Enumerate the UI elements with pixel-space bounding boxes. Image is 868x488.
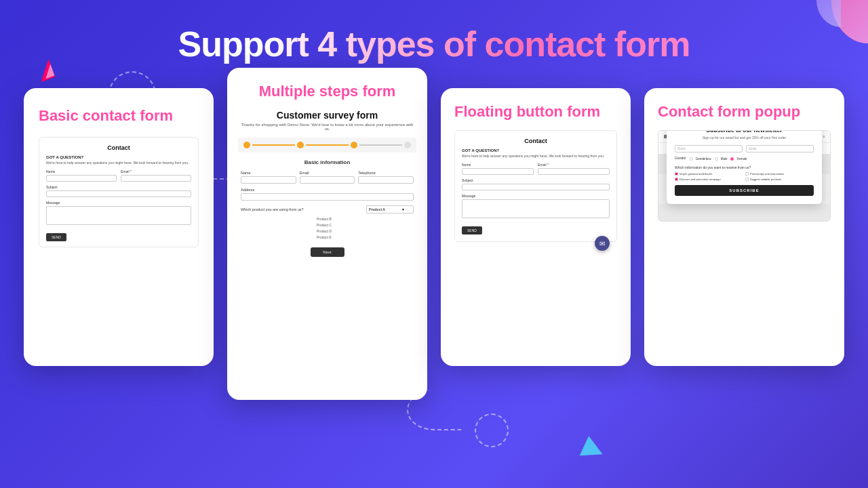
survey-product-select[interactable]: Product A ▼ [366, 205, 414, 214]
survey-email-input[interactable] [300, 176, 355, 184]
card-basic-contact: Basic contact form Contact GOT A QUESTIO… [24, 88, 214, 366]
modal-email-input: Email [746, 145, 814, 152]
step-dot-3 [351, 142, 357, 148]
card-multiple-steps: Multiple steps form Customer survey form… [227, 68, 427, 400]
modal-subtitle: Sign up for our email list and get 15% o… [675, 136, 814, 140]
modal-name-input: Name [675, 145, 743, 152]
float-desc-text: We're here to help answer any questions … [462, 154, 610, 159]
float-form-title: Contact [462, 138, 610, 144]
basic-email-field: Email * [121, 169, 191, 182]
basic-message-label: Message [46, 201, 191, 205]
checkbox-label-3: Discount and promotion campaign [679, 178, 721, 181]
checkbox-label-4: Suggest suitable products [750, 178, 781, 181]
dropdown-chevron-icon: ▼ [401, 207, 405, 211]
cards-container: Basic contact form Contact GOT A QUESTIO… [0, 81, 868, 413]
checkbox-box-2[interactable] [745, 172, 749, 176]
step-line-2 [306, 144, 349, 146]
basic-name-input[interactable] [46, 175, 117, 182]
step-line-3 [359, 144, 402, 146]
right-arrow-decoration [580, 436, 608, 464]
survey-email-label: Email [300, 171, 355, 175]
checkbox-item-2: Product tips and instructions [745, 172, 814, 176]
store-bottom-area [658, 204, 830, 221]
basic-form-desc: We're here to help answer any questions … [46, 161, 191, 165]
checkbox-item-4: Suggest suitable products [745, 178, 814, 181]
gender-male: Male [715, 157, 728, 161]
main-title-section: Support 4 types of contact form [0, 0, 868, 81]
basic-name-field: Name [46, 169, 117, 182]
checkbox-box-1[interactable] [675, 172, 678, 176]
float-message-textarea[interactable] [462, 199, 610, 218]
survey-form-subtitle: Thanks for shopping with Demo Store. We'… [241, 123, 414, 131]
bottom-circle-decoration [475, 413, 509, 447]
float-chat-button[interactable]: ✉ [595, 236, 610, 251]
float-send-button[interactable]: SEND [462, 226, 482, 235]
survey-name-email-tel-row: Name Email Telephone [241, 171, 414, 184]
survey-tel-label: Telephone [358, 171, 414, 175]
gender-female: Female [730, 157, 747, 161]
radio-genderless-label: Genderless [696, 157, 711, 161]
card-1-label: Basic contact form [39, 107, 199, 125]
survey-next-button[interactable]: Next [311, 247, 344, 257]
survey-email-field: Email [300, 171, 355, 184]
float-name-input[interactable] [462, 168, 534, 175]
basic-email-input[interactable] [121, 175, 191, 182]
checkbox-section: Which information do you want to receive… [675, 165, 814, 181]
basic-subject-label: Subject [46, 185, 191, 189]
survey-name-label: Name [241, 171, 296, 175]
basic-name-label: Name [46, 169, 117, 174]
option-product-b[interactable]: Product B [317, 216, 414, 222]
float-subject-input[interactable] [462, 184, 610, 190]
modal-email-placeholder: Email [749, 147, 756, 150]
survey-product-dropdown-wrapper: Which product you are using from us? Pro… [241, 205, 414, 214]
radio-female-label: Female [736, 157, 747, 161]
card-2-label: Multiple steps form [241, 83, 414, 100]
float-email-input[interactable] [538, 168, 610, 175]
step-dot-1 [243, 142, 250, 148]
checkbox-item-3: Discount and promotion campaign [675, 178, 743, 181]
gender-genderless: Genderless [690, 157, 711, 161]
radio-male-label: Male [721, 157, 728, 161]
checkbox-item-1: Vinyl's greatest audiobooks [675, 172, 743, 176]
gender-label: Gender [675, 156, 686, 160]
page-title: Support 4 types of contact form [0, 24, 868, 64]
basic-form-name-email-row: Name Email * [46, 169, 191, 182]
modal-title: Subscribe to our newsletter [675, 130, 814, 134]
radio-female-icon [730, 157, 734, 161]
survey-dropdown-options: Product B Product C Product D Product E [241, 216, 414, 241]
card-floating-button: Floating button form Contact GOT A QUEST… [441, 88, 631, 366]
basic-form-section: GOT A QUESTION? [46, 155, 191, 159]
float-email-field: Email * [538, 163, 610, 175]
float-section-label: GOT A QUESTION? [462, 148, 610, 152]
basic-subject-input[interactable] [46, 190, 191, 197]
basic-message-textarea[interactable] [46, 206, 191, 225]
option-product-d[interactable]: Product D [317, 228, 414, 235]
float-email-label: Email * [538, 163, 610, 167]
survey-address-label: Address [241, 188, 414, 192]
basic-email-label: Email * [121, 169, 191, 174]
subscribe-modal: × Subscribe to our newsletter Sign up fo… [667, 130, 822, 204]
float-subject-label: Subject [462, 178, 610, 182]
survey-name-input[interactable] [241, 176, 296, 184]
basic-form-title: Contact [46, 144, 191, 151]
survey-product-question: Which product you are using from us? [241, 207, 362, 211]
card-contact-popup: Contact form popup BKLYN HOME WOMEN MEN … [644, 88, 844, 366]
subscribe-button[interactable]: SUBSCRIBE [675, 185, 814, 196]
checkbox-box-3[interactable] [675, 178, 678, 181]
survey-address-input[interactable] [241, 193, 414, 201]
basic-send-button[interactable]: SEND [46, 233, 66, 241]
checkbox-box-4[interactable] [745, 178, 749, 181]
float-name-label: Name [462, 163, 534, 167]
basic-info-section-label: Basic information [241, 159, 414, 165]
float-name-email-row: Name Email * [462, 163, 610, 175]
card-3-label: Floating button form [454, 103, 617, 121]
checkbox-grid: Vinyl's greatest audiobooks Product tips… [675, 172, 814, 181]
step-dot-4 [404, 142, 411, 148]
float-message-label: Message [462, 194, 610, 198]
option-product-c[interactable]: Product C [317, 222, 414, 228]
step-dot-2 [297, 142, 304, 148]
basic-form-preview: Contact GOT A QUESTION? We're here to he… [39, 137, 199, 247]
option-product-e[interactable]: Product E [317, 235, 414, 241]
survey-tel-input[interactable] [358, 176, 414, 184]
gender-section: Gender Genderless Male Female [675, 156, 814, 162]
